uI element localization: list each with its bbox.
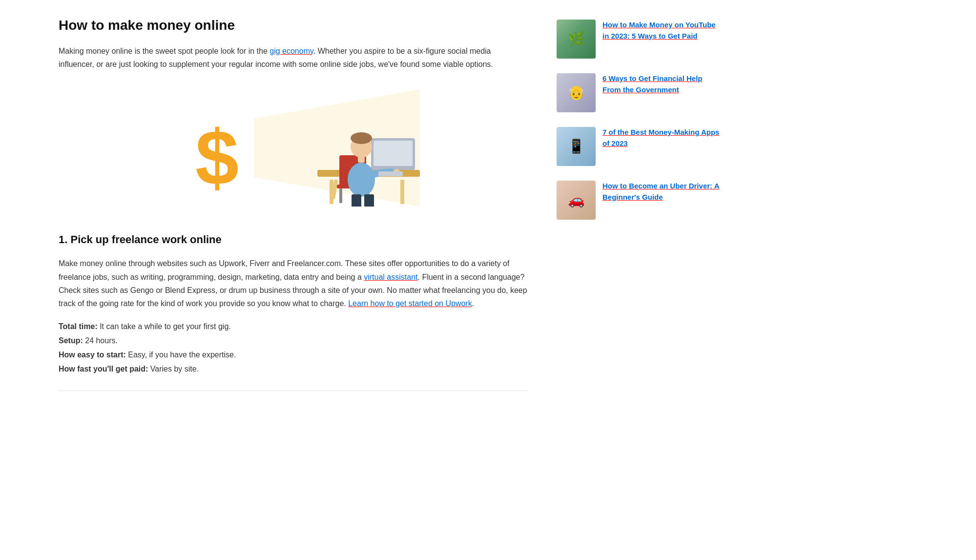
illustration-svg: $ (156, 89, 430, 207)
section1-paragraph: Make money online through websites such … (59, 257, 527, 310)
article-title: How to make money online (59, 15, 527, 37)
sidebar-link-1[interactable]: How to Make Money on YouTube in 2023: 5 … (602, 20, 723, 41)
fast-paid-item: How fast you'll get paid: Varies by site… (59, 362, 527, 376)
svg-point-14 (348, 163, 375, 197)
sidebar-thumb-1 (557, 20, 596, 59)
sidebar-card-1: How to Make Money on YouTube in 2023: 5 … (557, 20, 723, 59)
section1-text-end: . (472, 299, 474, 308)
sidebar-card-2: 6 Ways to Get Financial Help From the Go… (557, 73, 723, 112)
svg-rect-3 (400, 180, 404, 204)
sidebar-thumb-2 (557, 73, 596, 112)
sidebar-link-2[interactable]: 6 Ways to Get Financial Help From the Go… (602, 73, 723, 95)
sidebar-link-3[interactable]: 7 of the Best Money-Making Apps of 2023 (602, 127, 723, 149)
total-time-label: Total time: (59, 322, 98, 331)
fast-paid-value: Varies by site. (148, 365, 199, 373)
setup-item: Setup: 24 hours. (59, 334, 527, 348)
svg-text:$: $ (195, 114, 239, 201)
easy-to-start-value: Easy, if you have the expertise. (126, 351, 236, 359)
sidebar-link-4[interactable]: How to Become an Uber Driver: A Beginner… (602, 181, 723, 203)
intro-paragraph: Making money online is the sweet spot pe… (59, 44, 527, 71)
gig-economy-link[interactable]: gig economy (270, 47, 313, 55)
svg-rect-23 (378, 171, 403, 176)
intro-text-before: Making money online is the sweet spot pe… (59, 47, 270, 55)
section1-heading: 1. Pick up freelance work online (59, 231, 527, 248)
svg-rect-7 (374, 141, 413, 166)
total-time-value: It can take a while to get your first gi… (98, 322, 231, 331)
sidebar-thumb-3 (557, 127, 596, 166)
main-content: How to make money online Making money on… (59, 15, 527, 391)
virtual-assistant-link[interactable]: virtual assistant (364, 273, 417, 281)
svg-point-17 (351, 132, 372, 144)
easy-to-start-item: How easy to start: Easy, if you have the… (59, 348, 527, 362)
sidebar-card-4: How to Become an Uber Driver: A Beginner… (557, 181, 723, 220)
info-list: Total time: It can take a while to get y… (59, 320, 527, 376)
section-divider (59, 391, 527, 391)
sidebar-thumb-4 (557, 181, 596, 220)
sidebar: How to Make Money on YouTube in 2023: 5 … (557, 15, 723, 391)
svg-rect-20 (364, 194, 374, 207)
svg-rect-19 (352, 194, 361, 207)
sidebar-card-3: 7 of the Best Money-Making Apps of 2023 (557, 127, 723, 166)
upwork-link[interactable]: Learn how to get started on Upwork (348, 299, 472, 308)
page-wrapper: How to make money online Making money on… (0, 0, 976, 406)
svg-rect-12 (339, 188, 342, 203)
illustration-container: $ (59, 84, 527, 211)
easy-to-start-label: How easy to start: (59, 351, 126, 359)
fast-paid-label: How fast you'll get paid: (59, 365, 148, 373)
setup-label: Setup: (59, 336, 83, 345)
setup-value: 24 hours. (83, 336, 118, 345)
total-time-item: Total time: It can take a while to get y… (59, 320, 527, 334)
